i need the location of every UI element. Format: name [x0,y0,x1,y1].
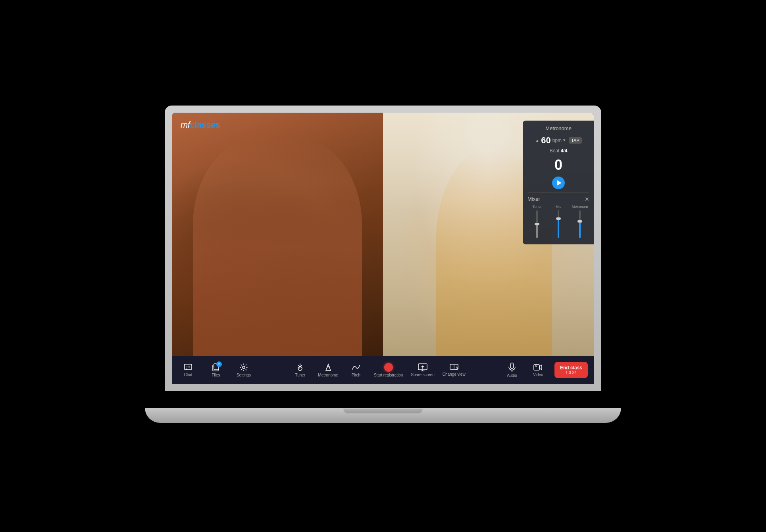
change-view-label: Change view [443,372,466,376]
files-label: Files [212,373,220,377]
metronome-label: Metronome [318,373,338,377]
logo: mfclasses [181,120,220,130]
beat-row: Beat 4/4 [527,148,589,154]
screen: mfclasses Metronome ▲ 60 bpm ▾ [172,113,594,384]
audio-label: Audio [507,373,517,378]
audio-icon [508,363,516,372]
toolbar-right: Audio Video [502,362,588,378]
metro-label: Metronom [572,205,588,209]
tuner-track [536,210,538,238]
metronome-icon-wrapper [325,363,332,372]
mic-fill [558,219,559,238]
play-button-container [527,177,589,189]
metronome-tool[interactable]: Metronome [318,363,338,377]
settings-icon-wrapper [239,363,248,372]
mic-slider-col: Mic [549,205,568,240]
tuner-icon-wrapper [296,363,304,372]
tuner-icon [296,363,304,372]
tuner-handle[interactable] [535,223,539,225]
chat-icon [184,363,192,371]
bpm-down-arrow[interactable]: ▾ [563,138,566,143]
beat-number: 0 [527,157,589,173]
audio-icon-wrapper [508,363,516,372]
metro-fill [579,221,581,238]
laptop-notch [343,409,423,413]
mic-label: Mic [556,205,561,209]
settings-icon [239,363,248,372]
laptop-shadow [165,423,601,429]
start-registration-tool[interactable]: Start registration [374,363,403,377]
pitch-tool[interactable]: Pitch [346,363,366,377]
end-class-button[interactable]: End class 1:3:34 [554,362,588,378]
video-tool[interactable]: Video [528,363,548,377]
share-screen-label: Share screen [411,373,434,377]
change-view-tool[interactable]: Change view [443,364,466,376]
share-screen-tool[interactable]: Share screen [411,363,434,377]
tuner-tool[interactable]: Tuner [290,363,310,377]
tuner-label: Tuner [295,373,305,377]
mixer-close-button[interactable]: ✕ [585,196,589,202]
svg-rect-12 [510,363,514,369]
video-label: Video [533,373,543,377]
video-icon-wrapper [533,363,543,371]
metronome-title: Metronome [527,125,589,131]
mic-handle[interactable] [556,217,561,220]
settings-label: Settings [237,373,251,377]
share-screen-icon [418,363,427,371]
svg-point-0 [187,366,187,367]
metronome-panel: Metronome ▲ 60 bpm ▾ TAP Beat [523,121,594,244]
record-icon-wrapper [384,363,393,372]
bpm-unit: bpm [552,138,562,143]
svg-point-5 [243,366,245,369]
tuner-slider-col: Tuner [527,205,547,240]
audio-tool[interactable]: Audio [502,363,522,378]
laptop-container: mfclasses Metronome ▲ 60 bpm ▾ [145,98,621,435]
record-dot [384,363,393,372]
tuner-label: Tuner [532,205,541,209]
settings-tool[interactable]: Settings [234,363,254,377]
video-area: mfclasses Metronome ▲ 60 bpm ▾ [172,113,594,356]
bpm-row: ▲ 60 bpm ▾ TAP [527,135,589,146]
toolbar: Chat 2 [172,356,594,384]
svg-point-15 [535,365,537,367]
chat-tool[interactable]: Chat [178,363,198,377]
metro-handle[interactable] [577,220,582,223]
change-view-icon-wrapper [450,364,458,371]
mixer-sliders: Tuner Mic [527,205,589,240]
metronome-icon [325,363,332,372]
metro-track [579,210,581,238]
svg-line-7 [299,367,300,369]
screen-bezel: mfclasses Metronome ▲ 60 bpm ▾ [172,113,594,384]
beat-value: 4/4 [561,148,568,154]
play-button[interactable] [552,177,565,189]
person-silhouette-left [193,137,362,356]
svg-rect-14 [534,365,539,370]
pitch-icon [352,363,360,372]
chat-label: Chat [184,373,192,377]
start-registration-label: Start registration [374,373,403,377]
video-left [172,113,383,356]
files-tool[interactable]: 2 Files [206,363,226,377]
metro-slider-col: Metronom [570,205,589,240]
files-icon-wrapper: 2 [212,363,220,372]
mixer-row: Mixer ✕ [527,192,589,202]
pitch-label: Pitch [352,373,360,377]
play-icon [557,180,562,186]
share-screen-icon-wrapper [418,363,427,371]
laptop-body: mfclasses Metronome ▲ 60 bpm ▾ [165,106,601,391]
bpm-up-arrow[interactable]: ▲ [535,138,539,143]
files-badge: 2 [216,361,222,367]
video-icon [533,363,543,371]
logo-brand: classes [190,120,220,130]
logo-italic: mf [181,120,190,130]
svg-point-1 [188,366,189,367]
chat-icon-wrapper [184,363,192,371]
mic-track [558,210,559,238]
beat-label: Beat [550,148,560,154]
mixer-title: Mixer [527,196,540,202]
end-class-label: End class [560,365,582,371]
bpm-value: 60 [541,135,550,146]
tap-button[interactable]: TAP [569,137,582,144]
toolbar-center: Tuner Metronome [290,363,465,377]
tuner-fill [536,224,538,238]
